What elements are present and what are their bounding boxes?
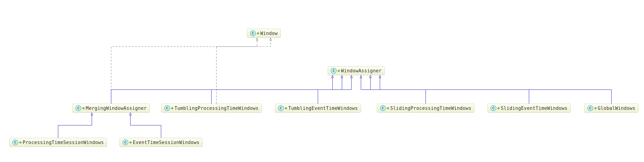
connector-layer [0,0,644,162]
inheritance-connector [111,75,332,104]
class-icon: C [122,139,128,145]
class-icon: C [164,105,170,111]
dependency-connector [216,38,271,104]
class-icon: C [12,139,18,145]
inheritance-connector [380,75,612,104]
class-label: GlobalWindows [598,106,636,111]
class-label: EventTimeSessionWindows [133,140,200,145]
class-icon: C [331,68,336,74]
class-node-slidingProcessingTimeWindows: C⎆SlidingProcessingTimeWindows [377,104,474,113]
lock-icon: ⎆ [257,31,259,35]
class-node-slidingEventTimeWindows: C⎆SlidingEventTimeWindows [488,104,570,113]
class-icon: C [278,105,284,111]
lock-icon: ⎆ [130,140,132,144]
class-label: ProcessingTimeSessionWindows [22,140,104,145]
inheritance-connector [370,75,529,104]
class-icon: C [588,105,593,111]
dependency-connector [111,38,257,104]
inheritance-connector [130,113,161,138]
inheritance-connector [318,75,352,104]
lock-icon: ⎆ [82,106,85,110]
lock-icon: ⎆ [19,140,22,144]
lock-icon: ⎆ [338,69,340,73]
class-label: SlidingProcessingTimeWindows [390,106,471,111]
inheritance-connector [212,75,342,104]
class-icon: C [380,105,386,111]
lock-icon: ⎆ [171,106,174,110]
class-label: TumblingProcessingTimeWindows [174,106,258,111]
class-node-eventTimeSessionWindows: C⎆EventTimeSessionWindows [120,138,203,147]
inheritance-connector [58,113,92,138]
class-label: Window [260,31,278,36]
class-label: WindowAssigner [341,68,382,73]
lock-icon: ⎆ [387,106,389,110]
class-icon: C [76,105,81,111]
class-node-windowAssigner: C⎆WindowAssigner [328,66,385,75]
lock-icon: ⎆ [285,106,287,110]
lock-icon: ⎆ [594,106,596,110]
class-label: TumblingEventTimeWindows [288,106,358,111]
lock-icon: ⎆ [497,106,500,110]
inheritance-connector [361,75,426,104]
class-icon: C [490,105,496,111]
class-node-globalWindows: C⎆GlobalWindows [584,104,638,113]
class-label: MergingWindowAssigner [86,106,147,111]
class-label: SlidingEventTimeWindows [501,106,568,111]
class-node-window: C⎆Window [247,29,281,38]
class-icon: C [250,30,256,36]
diagram-canvas: C⎆WindowC⎆WindowAssignerC⎆MergingWindowA… [0,0,644,162]
class-node-processingTimeSessionWindows: C⎆ProcessingTimeSessionWindows [9,138,107,147]
class-node-tumblingProcessingTimeWindows: C⎆TumblingProcessingTimeWindows [161,104,262,113]
class-node-mergingWindowAssigner: C⎆MergingWindowAssigner [72,104,150,113]
class-node-tumblingEventTimeWindows: C⎆TumblingEventTimeWindows [275,104,361,113]
